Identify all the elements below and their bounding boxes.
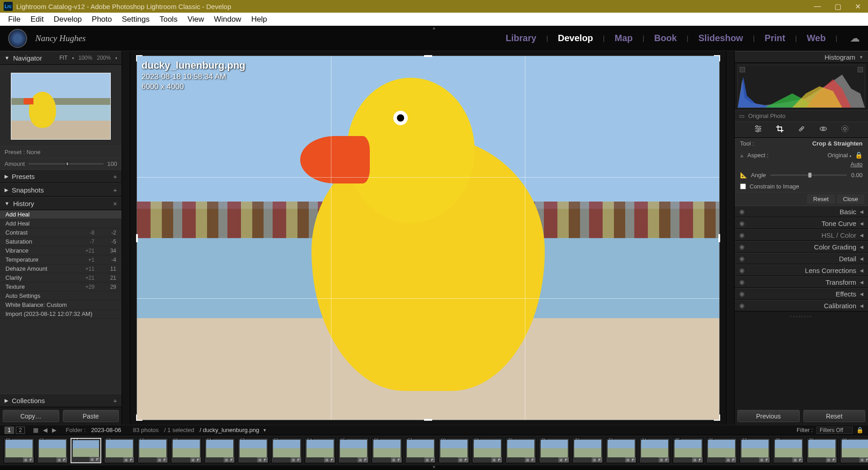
preset-amount-slider[interactable] [28,163,104,164]
filmstrip-thumbnail[interactable]: 56▦◩ [37,438,68,463]
filmstrip-thumbnail[interactable]: 76▦◩ [706,438,737,463]
menu-tools[interactable]: Tools [155,13,182,26]
filmstrip-thumbnail[interactable]: 72▦◩ [572,438,603,463]
history-step[interactable]: Auto Settings [0,291,122,301]
redeye-tool[interactable] [819,125,827,135]
close-icon[interactable]: ✕ [855,2,861,11]
reset-all-button[interactable]: Reset [803,410,866,422]
panel-visibility-toggle[interactable]: ◉ [739,278,745,286]
shadow-clipping-indicator[interactable] [740,67,745,72]
panel-header-color-grading[interactable]: ◉Color Grading◀ [735,241,868,253]
filmstrip-thumbnail[interactable]: 75▦◩ [673,438,703,463]
panel-visibility-toggle[interactable]: ◉ [739,255,745,262]
menu-develop[interactable]: Develop [49,13,86,26]
filmstrip-thumbnail[interactable]: 64▦◩ [305,438,335,463]
panel-header-effects[interactable]: ◉Effects◀ [735,288,868,300]
crop-handle-right[interactable] [718,234,720,242]
filmstrip-thumbnail[interactable]: 69▦◩ [472,438,503,463]
navigator-preview[interactable] [11,73,111,140]
second-window-button[interactable]: 2 [16,427,25,434]
aspect-dropdown[interactable]: Original ♦ [827,152,851,159]
filmstrip-thumbnail[interactable]: 70▦◩ [505,438,536,463]
histogram-display[interactable] [737,65,865,108]
filmstrip-thumbnail[interactable]: 55▦◩ [4,438,34,463]
filmstrip-thumbnail[interactable]: 78▦◩ [773,438,804,463]
filmstrip-thumbnail[interactable]: 80▦◩ [840,438,868,463]
crop-frame-icon[interactable]: ⟁ [740,152,744,159]
collections-header[interactable]: ▶ Collections + [0,394,122,407]
panel-header-basic[interactable]: ◉Basic◀ [735,206,868,217]
minimize-icon[interactable]: — [814,2,821,11]
filmstrip-thumbnail[interactable]: 58▦◩ [104,438,135,463]
module-library[interactable]: Library [506,33,537,43]
filmstrip-thumbnail[interactable]: 68▦◩ [439,438,469,463]
filmstrip-thumbnail[interactable]: 63▦◩ [271,438,302,463]
panel-visibility-toggle[interactable]: ◉ [739,243,745,250]
history-step[interactable]: Clarity+2121 [0,273,122,282]
history-step[interactable]: Contrast-8-2 [0,228,122,237]
panel-visibility-toggle[interactable]: ◉ [739,302,745,309]
go-back-icon[interactable]: ◀ [43,427,47,433]
go-forward-icon[interactable]: ▶ [52,427,57,433]
filmstrip-thumbnail[interactable]: 77▦◩ [740,438,770,463]
navigator-header[interactable]: ▼ Navigator FIT♦ 100% 200%♦ [0,51,122,65]
crop-close-button[interactable]: Close [837,194,864,204]
history-step[interactable]: Vibrance+2134 [0,246,122,255]
crop-handle-bottom-left[interactable] [136,414,142,421]
menu-file[interactable]: File [4,13,25,26]
panel-visibility-toggle[interactable]: ◉ [739,208,745,215]
copy-settings-button[interactable]: Copy… [3,410,59,422]
filmstrip-thumbnail[interactable]: 74▦◩ [639,438,670,463]
maximize-icon[interactable]: ▢ [835,2,841,11]
crop-handle-bottom[interactable] [424,419,432,421]
history-step[interactable]: Add Heal [0,219,122,228]
identity-plate-avatar[interactable] [8,29,27,48]
nav-zoom-200[interactable]: 200% [97,55,111,61]
nav-zoom-100[interactable]: 100% [79,55,93,61]
panel-header-calibration[interactable]: ◉Calibration◀ [735,300,868,311]
filmstrip[interactable]: 55▦◩56▦◩57▦◩58▦◩59▦◩60▦◩61▦◩62▦◩63▦◩64▦◩… [0,435,868,465]
preset-value[interactable]: None [26,149,40,155]
panel-visibility-toggle[interactable]: ◉ [739,231,745,239]
menu-view[interactable]: View [183,13,209,26]
history-step[interactable]: Saturation-7-5 [0,237,122,246]
angle-value[interactable]: 0.00 [851,172,863,179]
left-panel-collapse-strip[interactable] [122,51,130,425]
history-step[interactable]: Import (2023-08-12 12:07:32 AM) [0,310,122,319]
crop-reset-button[interactable]: Reset [807,194,835,204]
filmstrip-thumbnail[interactable]: 67▦◩ [405,438,436,463]
crop-handle-top[interactable] [424,55,432,57]
panel-header-hsl-color[interactable]: ◉HSL / Color◀ [735,229,868,241]
filmstrip-thumbnail[interactable]: 59▦◩ [137,438,168,463]
history-step[interactable]: White Balance: Custom [0,301,122,310]
filmstrip-thumbnail[interactable]: 73▦◩ [606,438,637,463]
right-panel-collapse-strip[interactable] [726,51,734,425]
masking-tool[interactable] [841,125,849,135]
panel-visibility-toggle[interactable]: ◉ [739,290,745,297]
module-book[interactable]: Book [654,33,677,43]
menu-photo[interactable]: Photo [87,13,116,26]
image-canvas[interactable]: ducky_lunenburg.png 2023-08-18 10:58:34 … [137,56,720,420]
module-print[interactable]: Print [764,33,785,43]
history-step[interactable]: Dehaze Amount+1111 [0,264,122,273]
file-crumb-dropdown-icon[interactable]: ▼ [263,428,267,432]
panel-header-lens-corrections[interactable]: ◉Lens Corrections◀ [735,264,868,276]
main-window-button[interactable]: 1 [5,427,14,434]
aspect-lock-icon[interactable]: 🔒 [855,151,863,159]
panel-header-transform[interactable]: ◉Transform◀ [735,276,868,288]
panel-header-tone-curve[interactable]: ◉Tone Curve◀ [735,217,868,229]
paste-settings-button[interactable]: Paste [63,410,119,422]
crop-handle-bottom-right[interactable] [714,414,720,421]
constrain-checkbox[interactable] [740,183,746,189]
module-map[interactable]: Map [614,33,632,43]
history-step[interactable]: Add Heal [0,210,122,219]
angle-ruler-icon[interactable]: 📐 [740,172,747,179]
filmstrip-thumbnail[interactable]: 79▦◩ [807,438,837,463]
highlight-clipping-indicator[interactable] [858,67,863,72]
history-header[interactable]: ▼ History × [0,197,122,210]
history-step[interactable]: Texture+2929 [0,282,122,291]
snapshots-header[interactable]: ▶ Snapshots + [0,183,122,197]
original-photo-row[interactable]: ▭ Original Photo [735,110,868,122]
add-preset-button[interactable]: + [113,173,117,180]
module-develop[interactable]: Develop [558,33,593,43]
